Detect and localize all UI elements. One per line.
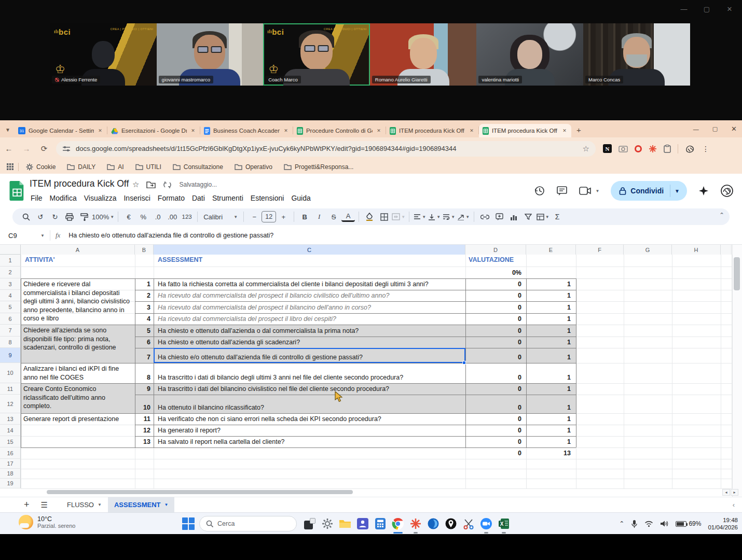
italic-button[interactable]: I bbox=[312, 211, 326, 223]
browser-tab[interactable]: Business Coach Accademy✕ bbox=[200, 124, 293, 137]
row-header-6[interactable]: 6 bbox=[0, 313, 21, 325]
select-all-corner[interactable] bbox=[0, 245, 21, 255]
font-size-input[interactable]: 12 bbox=[262, 211, 276, 222]
column-header-A[interactable]: A bbox=[21, 245, 135, 255]
text-color-button[interactable]: A bbox=[341, 212, 355, 222]
cell-E9[interactable]: 1 bbox=[526, 348, 573, 363]
weather-widget[interactable]: 10°C Parzial. sereno bbox=[19, 515, 75, 529]
avatar-doodle[interactable] bbox=[720, 184, 734, 198]
cell-E11[interactable]: 1 bbox=[526, 383, 573, 395]
cell-B13[interactable]: 11 bbox=[135, 413, 153, 425]
cell-C7[interactable]: Ha chiesto e ottenuto dall'azienda o dal… bbox=[156, 325, 464, 337]
opera-extension-icon[interactable] bbox=[635, 145, 642, 152]
chevron-down-icon[interactable]: ▼ bbox=[40, 233, 45, 238]
borders-icon[interactable] bbox=[377, 211, 391, 223]
row-header-13[interactable]: 13 bbox=[0, 413, 21, 425]
tab-close-icon[interactable]: ✕ bbox=[469, 128, 475, 133]
cell-D14[interactable]: 0 bbox=[465, 425, 524, 436]
cell-B9[interactable]: 7 bbox=[135, 348, 153, 363]
participant-tile[interactable]: Marco Concas bbox=[583, 23, 690, 86]
pin-app-icon[interactable] bbox=[442, 513, 460, 534]
row-header-11[interactable]: 11 bbox=[0, 383, 21, 395]
microphone-icon[interactable] bbox=[631, 520, 638, 528]
selection-fill-handle[interactable] bbox=[462, 361, 466, 365]
cell-B11[interactable]: 9 bbox=[135, 383, 153, 395]
star-icon[interactable]: ☆ bbox=[132, 180, 139, 189]
cell-D2[interactable]: 0% bbox=[465, 267, 524, 278]
row-header-9[interactable]: 9 bbox=[0, 348, 21, 363]
browser-tab[interactable]: 31Google Calendar - Settima✕ bbox=[15, 124, 107, 137]
teams-icon[interactable] bbox=[354, 513, 372, 534]
paint-format-icon[interactable] bbox=[77, 211, 91, 223]
fill-color-icon[interactable] bbox=[363, 211, 376, 223]
sheet-tab-assessment[interactable]: ASSESSMENT▼ bbox=[108, 497, 175, 512]
minimize-icon[interactable]: — bbox=[693, 126, 699, 132]
bookmark-item[interactable]: Consultazione bbox=[173, 163, 223, 171]
tab-close-icon[interactable]: ✕ bbox=[283, 128, 289, 133]
row-header-15[interactable]: 15 bbox=[0, 436, 21, 447]
minimize-icon[interactable]: — bbox=[679, 5, 689, 13]
horizontal-align-icon[interactable]: ▼ bbox=[413, 211, 427, 223]
chrome-menu-icon[interactable]: ⋮ bbox=[702, 145, 709, 153]
cell-E14[interactable]: 1 bbox=[526, 425, 573, 436]
row-header-3[interactable]: 3 bbox=[0, 278, 21, 290]
menu-guida[interactable]: Guida bbox=[287, 193, 314, 203]
cell-E6[interactable]: 1 bbox=[526, 313, 573, 325]
insert-link-icon[interactable] bbox=[478, 211, 491, 223]
cell-E4[interactable]: 1 bbox=[526, 290, 573, 301]
menu-visualizza[interactable]: Visualizza bbox=[80, 193, 120, 203]
cell-B12[interactable]: 10 bbox=[135, 395, 153, 413]
row-header-5[interactable]: 5 bbox=[0, 301, 21, 313]
shield-app-icon[interactable] bbox=[424, 513, 442, 534]
cell-D5[interactable]: 0 bbox=[465, 301, 524, 313]
taskbar-search[interactable]: Cerca bbox=[199, 516, 297, 531]
column-header-C[interactable]: C bbox=[154, 245, 465, 255]
speaker-icon[interactable] bbox=[660, 520, 669, 527]
row-header-1[interactable]: 1 bbox=[0, 255, 21, 267]
menu-dati[interactable]: Dati bbox=[188, 193, 209, 203]
cell-B4[interactable]: 2 bbox=[135, 290, 153, 301]
bookmark-item[interactable]: Progetti&Responsa... bbox=[284, 163, 353, 171]
decrease-decimals-button[interactable]: .0 bbox=[151, 211, 164, 223]
bookmark-item[interactable]: UTILI bbox=[135, 163, 161, 171]
cell-D10[interactable]: 0 bbox=[465, 363, 524, 383]
row-header-16[interactable]: 16 bbox=[0, 447, 21, 459]
cell-A1[interactable]: ATTIVITA' bbox=[23, 255, 132, 267]
cell-E12[interactable]: 1 bbox=[526, 395, 573, 413]
new-tab-button[interactable]: + bbox=[576, 125, 581, 134]
close-icon[interactable]: ✕ bbox=[724, 5, 735, 13]
name-box[interactable]: C9 bbox=[0, 232, 39, 240]
forward-icon[interactable]: → bbox=[18, 144, 35, 153]
strikethrough-button[interactable]: S bbox=[327, 211, 340, 223]
spreadsheet-grid[interactable]: ABCDEFGH12345678910111213141516171819Chi… bbox=[0, 245, 742, 497]
column-header-E[interactable]: E bbox=[526, 245, 576, 255]
zoom-icon[interactable] bbox=[477, 513, 495, 534]
apps-grid-icon[interactable] bbox=[6, 163, 14, 171]
cell-E8[interactable]: 1 bbox=[526, 337, 573, 348]
browser-tab[interactable]: Esercitazioni - Google Driv✕ bbox=[107, 124, 200, 137]
search-menus-icon[interactable] bbox=[19, 211, 33, 223]
text-rotation-icon[interactable]: ▼ bbox=[457, 211, 470, 223]
cell-B3[interactable]: 1 bbox=[135, 278, 153, 290]
add-sheet-icon[interactable]: + bbox=[24, 499, 30, 510]
clock[interactable]: 19:48 01/04/2026 bbox=[708, 516, 738, 531]
row-header-8[interactable]: 8 bbox=[0, 337, 21, 348]
reload-icon[interactable]: ⟳ bbox=[35, 144, 53, 153]
row-header-10[interactable]: 10 bbox=[0, 363, 21, 383]
cell-C11[interactable]: Ha trascritto i dati del bilancino civis… bbox=[156, 383, 464, 395]
activity-cell[interactable]: Chiedere all'azienda se sono disponibili… bbox=[21, 325, 135, 363]
all-sheets-icon[interactable]: ☰ bbox=[41, 500, 47, 510]
chrome-icon[interactable] bbox=[389, 513, 407, 534]
increase-font-size-button[interactable]: + bbox=[277, 211, 290, 223]
starburst-icon[interactable] bbox=[407, 513, 424, 534]
decrease-font-size-button[interactable]: − bbox=[248, 211, 261, 223]
tab-search-chevron-icon[interactable]: ▼ bbox=[5, 127, 10, 133]
redo-icon[interactable]: ↻ bbox=[48, 211, 62, 223]
calculator-icon[interactable] bbox=[372, 513, 389, 534]
cell-D3[interactable]: 0 bbox=[465, 278, 524, 290]
activity-cell[interactable]: Creare Conto Economico riclassificato de… bbox=[21, 383, 135, 413]
row-header-17[interactable]: 17 bbox=[0, 459, 21, 469]
maximize-icon[interactable]: ▢ bbox=[702, 5, 712, 13]
cell-C12[interactable]: Ha ottenuto il bilancino rilcassificato? bbox=[156, 395, 464, 413]
text-wrap-icon[interactable]: ▼ bbox=[442, 211, 456, 223]
